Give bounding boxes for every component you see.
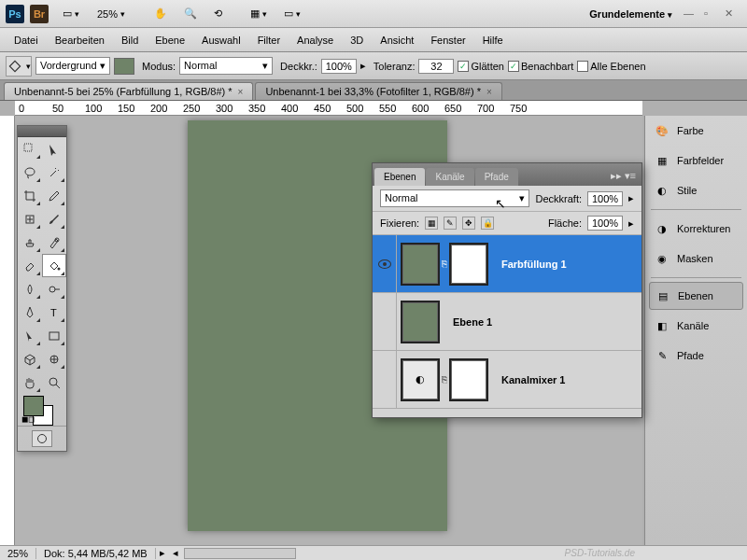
- hand-tool[interactable]: [18, 371, 42, 394]
- layer-row[interactable]: ⎘ Farbfüllung 1: [373, 235, 641, 293]
- mask-thumbnail[interactable]: [451, 245, 486, 284]
- menu-bearbeiten[interactable]: Bearbeiten: [47, 31, 113, 49]
- eraser-tool[interactable]: [18, 254, 42, 277]
- crop-tool[interactable]: [18, 184, 42, 207]
- status-zoom[interactable]: 25%: [0, 548, 36, 559]
- brush-tool[interactable]: [42, 207, 66, 231]
- visibility-toggle[interactable]: [373, 235, 397, 292]
- layer-name[interactable]: Kanalmixer 1: [492, 374, 565, 385]
- dock-farbfelder[interactable]: ▦Farbfelder: [645, 146, 747, 175]
- layer-thumbnail[interactable]: [402, 302, 438, 342]
- maximize-button[interactable]: ▫: [704, 7, 717, 21]
- tolerance-input[interactable]: 32: [418, 59, 454, 74]
- menu-analyse[interactable]: Analyse: [289, 31, 342, 49]
- document-tab[interactable]: Unbenannt-1 bei 33,3% (Fotofilter 1, RGB…: [255, 82, 501, 100]
- magic-wand-tool[interactable]: [42, 161, 66, 184]
- lock-position-icon[interactable]: ✥: [462, 217, 475, 230]
- tab-kanaele[interactable]: Kanäle: [426, 168, 473, 186]
- default-colors-icon[interactable]: ◼◻: [21, 414, 35, 424]
- dock-masken[interactable]: ◉Masken: [645, 244, 747, 273]
- menu-3d[interactable]: 3D: [342, 31, 372, 49]
- blend-mode-select[interactable]: Normal▾: [179, 57, 273, 75]
- history-brush-tool[interactable]: [42, 231, 66, 254]
- type-tool[interactable]: T: [42, 301, 66, 324]
- paint-bucket-tool[interactable]: [42, 254, 66, 277]
- screen-mode-dropdown[interactable]: ▭: [277, 5, 307, 22]
- blur-tool[interactable]: [18, 277, 42, 301]
- eyedropper-tool[interactable]: [42, 184, 66, 207]
- dock-pfade[interactable]: ✎Pfade: [645, 341, 747, 371]
- tab-ebenen[interactable]: Ebenen: [374, 168, 425, 186]
- menu-ansicht[interactable]: Ansicht: [372, 31, 422, 49]
- link-icon[interactable]: ⎘: [442, 259, 447, 269]
- layer-row[interactable]: ◐ ⎘ Kanalmixer 1: [373, 351, 641, 409]
- lock-transparency-icon[interactable]: ▦: [425, 217, 438, 230]
- mask-thumbnail[interactable]: [451, 360, 486, 399]
- layer-thumbnail[interactable]: [402, 245, 438, 284]
- smooth-checkbox[interactable]: ✓Glätten: [458, 61, 503, 72]
- rotate-view-shortcut[interactable]: ⟲: [207, 5, 229, 22]
- horizontal-scrollbar[interactable]: [184, 548, 296, 559]
- horizontal-ruler[interactable]: 0 50 100 150 200 250 300 350 400 450 500…: [15, 101, 642, 116]
- pen-tool[interactable]: [18, 301, 42, 324]
- healing-brush-tool[interactable]: [18, 207, 42, 231]
- dodge-tool[interactable]: [42, 277, 66, 301]
- dock-farbe[interactable]: 🎨Farbe: [645, 116, 747, 146]
- document-tab[interactable]: Unbenannt-5 bei 25% (Farbfüllung 1, RGB/…: [4, 82, 253, 100]
- minimize-button[interactable]: —: [684, 7, 697, 21]
- layer-opacity-input[interactable]: 100%: [587, 191, 623, 206]
- lock-all-icon[interactable]: 🔒: [481, 217, 494, 230]
- opacity-flyout-icon[interactable]: ▸: [628, 192, 634, 204]
- menu-fenster[interactable]: Fenster: [422, 31, 473, 49]
- dock-stile[interactable]: ◐Stile: [645, 175, 747, 205]
- fill-opacity-input[interactable]: 100%: [587, 216, 623, 231]
- bridge-icon[interactable]: Br: [30, 5, 49, 23]
- dock-korrekturen[interactable]: ◑Korrekturen: [645, 214, 747, 244]
- path-selection-tool[interactable]: [18, 324, 42, 347]
- panel-menu-button[interactable]: ▸▸ ▾≡: [605, 166, 641, 186]
- layer-row[interactable]: Ebene 1: [373, 293, 641, 351]
- adjustment-thumbnail[interactable]: ◐: [402, 360, 438, 399]
- visibility-toggle[interactable]: [373, 293, 397, 350]
- lasso-tool[interactable]: [18, 161, 42, 184]
- close-button[interactable]: ✕: [725, 7, 738, 21]
- vertical-ruler[interactable]: [0, 116, 15, 545]
- menu-auswahl[interactable]: Auswahl: [193, 31, 249, 49]
- visibility-toggle[interactable]: [373, 351, 397, 408]
- tool-preset-picker[interactable]: [6, 56, 32, 77]
- zoom-tool-shortcut[interactable]: 🔍: [177, 5, 204, 22]
- marquee-tool[interactable]: [42, 137, 66, 161]
- fill-target-select[interactable]: Vordergrund▾: [35, 57, 110, 75]
- contiguous-checkbox[interactable]: ✓Benachbart: [508, 61, 573, 72]
- close-icon[interactable]: ×: [486, 87, 492, 97]
- dock-kanaele[interactable]: ◧Kanäle: [645, 311, 747, 341]
- tab-pfade[interactable]: Pfade: [475, 168, 518, 186]
- fill-color-swatch[interactable]: [114, 58, 134, 75]
- status-doc-info[interactable]: Dok: 5,44 MB/5,42 MB: [36, 548, 156, 559]
- 3d-camera-tool[interactable]: [42, 347, 66, 371]
- opacity-input[interactable]: 100%: [321, 59, 357, 74]
- zoom-tool[interactable]: [42, 371, 66, 394]
- foreground-color-swatch[interactable]: [23, 396, 44, 416]
- lock-pixels-icon[interactable]: ✎: [444, 217, 457, 230]
- menu-bild[interactable]: Bild: [113, 31, 147, 49]
- clone-stamp-tool[interactable]: [18, 231, 42, 254]
- opacity-flyout[interactable]: ▸: [360, 60, 366, 72]
- workspace-switcher[interactable]: Grundelemente: [582, 7, 680, 21]
- quick-mask-toggle[interactable]: [32, 430, 52, 447]
- all-layers-checkbox[interactable]: Alle Ebenen: [577, 61, 645, 72]
- status-flyout-icon[interactable]: ▸: [156, 547, 169, 559]
- menu-filter[interactable]: Filter: [249, 31, 289, 49]
- menu-ebene[interactable]: Ebene: [147, 31, 193, 49]
- hand-tool-shortcut[interactable]: ✋: [148, 5, 174, 22]
- layer-name[interactable]: Ebene 1: [444, 316, 492, 328]
- 3d-tool[interactable]: [18, 347, 42, 371]
- scroll-left-icon[interactable]: ◂: [169, 547, 182, 559]
- layer-list[interactable]: ⎘ Farbfüllung 1 Ebene 1 ◐ ⎘ Kanalmixer 1: [373, 235, 641, 413]
- toolbox-grip[interactable]: [18, 126, 66, 137]
- link-icon[interactable]: ⎘: [442, 374, 447, 385]
- layer-blend-mode-select[interactable]: Normal▾: [380, 189, 529, 207]
- shape-tool[interactable]: [42, 324, 66, 347]
- menu-datei[interactable]: Datei: [6, 31, 47, 49]
- menu-hilfe[interactable]: Hilfe: [474, 31, 512, 49]
